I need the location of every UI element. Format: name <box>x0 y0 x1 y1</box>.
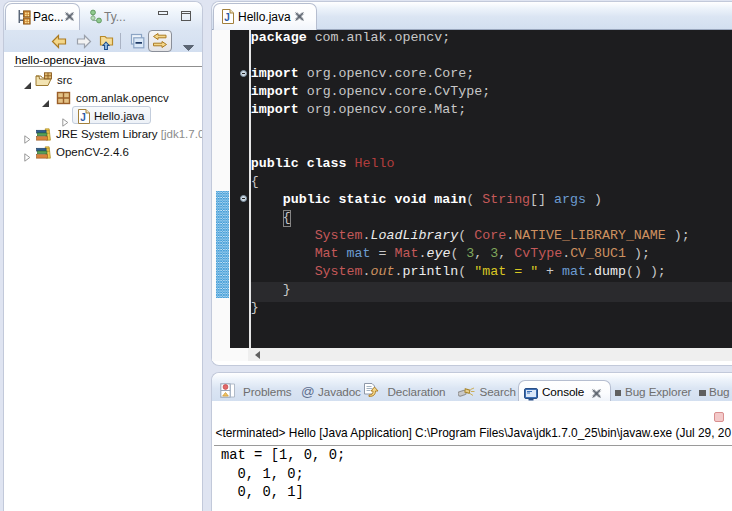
svg-text:J: J <box>224 12 230 23</box>
svg-text:J: J <box>80 111 86 122</box>
